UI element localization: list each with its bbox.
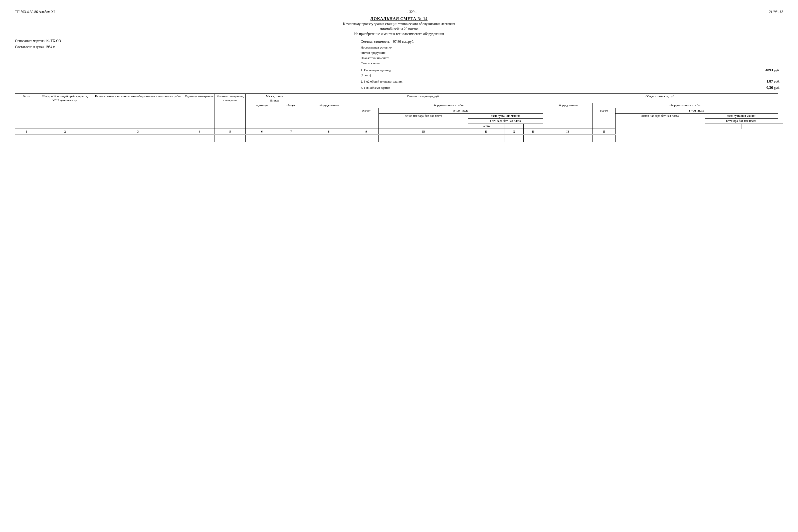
th-num: № пп (15, 94, 38, 129)
col-n-11: II (468, 129, 504, 135)
data-row-empty (15, 135, 783, 142)
col-n-1: I (15, 129, 38, 135)
page-header: ТП 503-4-39.86 Альбом XI - 329 - 21198 -… (15, 10, 783, 14)
col-n-6: 6 (246, 129, 278, 135)
header-left: ТП 503-4-39.86 Альбом XI (15, 10, 55, 14)
th-brutto: брутто (247, 98, 303, 102)
header-center: - 329 - (407, 10, 417, 14)
th-total-osn: основ-ная зара-бот-ная плата (615, 113, 705, 129)
main-title: ЛОКАЛЬНАЯ СМЕТА № 14 (15, 17, 783, 21)
th-mass-ob: об-щая (278, 103, 304, 129)
th-name: Наименование и характеристика оборудован… (92, 94, 184, 129)
info-block: Основание: чертежи № ТХ.СО Составлено в … (15, 39, 783, 91)
th-netto4 (705, 124, 741, 129)
cost-row2-value: 1,87 (753, 78, 773, 84)
th-netto: нетто (468, 124, 504, 129)
cost-row1-sub: (I пост) (361, 73, 371, 77)
th-cost-exp-zp-header: в т.ч. зара-бот-ная плата (468, 118, 543, 124)
norm-cond2: чистая продукция (361, 50, 783, 56)
stoimost-na: Стоимость на: (361, 61, 783, 66)
cost-row3-value: 0,36 (753, 84, 773, 91)
cost-rows: 1. Расчетную единицу (I пост) 4893 руб. … (361, 67, 783, 91)
th-cost-exp-group: эксп-луата-ция машин (468, 113, 543, 118)
cost-row-1: 1. Расчетную единицу (I пост) 4893 руб. (361, 67, 783, 78)
title-section: ЛОКАЛЬНАЯ СМЕТА № 14 К типовому проекту … (15, 17, 783, 36)
cost-row1-label: 1. Расчетную единицу (361, 68, 391, 72)
th-unit: Еди-ница изме-ре-ния (184, 94, 215, 129)
th-total-cost: Общая стоимость, руб. (543, 94, 778, 103)
th-cost-odo: обору-дова-ния (304, 103, 354, 129)
col-n-9: 9 (354, 129, 379, 135)
th-v-tom-chisle2: в том числе (615, 108, 778, 113)
th-total-exp-zp-header: в т.ч зара-бот-ная плата (705, 118, 778, 124)
norm-cond: Нормативная условно- (361, 45, 783, 50)
header-right: 21198 -12 (769, 10, 783, 14)
th-qty: Коли-чест-во единиц изме-рения (215, 94, 246, 129)
col-n-4: 4 (184, 129, 215, 135)
main-table: № пп Шифр и № позиций прейску-ранта, УСН… (15, 93, 783, 142)
basis-text: Основание: чертежи № ТХ.СО (15, 39, 322, 43)
info-left: Основание: чертежи № ТХ.СО Составлено в … (15, 39, 322, 91)
col-n-12: I2 (504, 129, 524, 135)
th-netto3 (523, 124, 543, 129)
th-mass-ed: еди-ницы (246, 103, 278, 129)
th-netto2 (504, 124, 524, 129)
cost-row-3: 3. I м3 объема здания 0,36 руб. (361, 84, 783, 91)
th-cost-all: все-го- (354, 108, 379, 129)
th-netto5 (741, 124, 778, 129)
col-num-row: I 2 3 4 5 6 7 8 9 IO II I2 I3 I4 I5 (15, 129, 783, 135)
cost-row3-unit: руб. (773, 85, 783, 91)
th-montazh: обору-монтажных работ (354, 103, 543, 108)
col-n-5: 5 (215, 129, 246, 135)
th-total-montazh: обору-монтажных работ (593, 103, 778, 108)
subtitle2: автомобилей на 20 постов (311, 27, 487, 31)
cost-row1-unit: руб. (773, 68, 783, 73)
cost-row-2: 2. I м2 общей площади здания 1,87 руб. (361, 78, 783, 84)
header-row-1: № пп Шифр и № позиций прейску-ранта, УСН… (15, 94, 783, 103)
col-n-14: I4 (543, 129, 593, 135)
col-n-13: I3 (523, 129, 543, 135)
th-netto6 (778, 124, 783, 129)
col-n-7: 7 (278, 129, 304, 135)
cost-row1-value: 4893 (753, 67, 773, 73)
info-right: Сметная стоимость – 97,86 тыс.руб. Норма… (361, 39, 783, 91)
smeta-cost: Сметная стоимость – 97,86 тыс.руб. (361, 39, 783, 44)
subtitle1: К типовому проекту здания станции технич… (311, 22, 487, 26)
th-cost-osn: основ-ная зара-бот-ная плата (379, 113, 468, 129)
pokazateli: Показатели по смете (361, 56, 783, 61)
th-total-odo: обору-дова-ния (543, 103, 593, 129)
col-n-15: I5 (593, 129, 615, 135)
th-cost-unit: Стоимость единицы, руб. (304, 94, 543, 103)
th-total-all: все-го (593, 108, 615, 129)
col-n-3: 3 (92, 129, 184, 135)
th-total-exp-group: эксп-луата ция машин (705, 113, 778, 118)
col-n-8: 8 (304, 129, 354, 135)
compiled-text: Составлено в ценах 1984 г. (15, 45, 322, 49)
th-shifr: Шифр и № позиций прейску-ранта, УСН, цен… (38, 94, 92, 129)
th-mass: Масса, тонны брутто (246, 94, 304, 103)
col-n-2: 2 (38, 129, 92, 135)
cost-row2-unit: руб. (773, 79, 783, 84)
subtitle3: На приобретение и монтаж технологическог… (15, 32, 783, 36)
col-n-10: IO (379, 129, 468, 135)
th-v-tom-chisle: в том числе (379, 108, 543, 113)
